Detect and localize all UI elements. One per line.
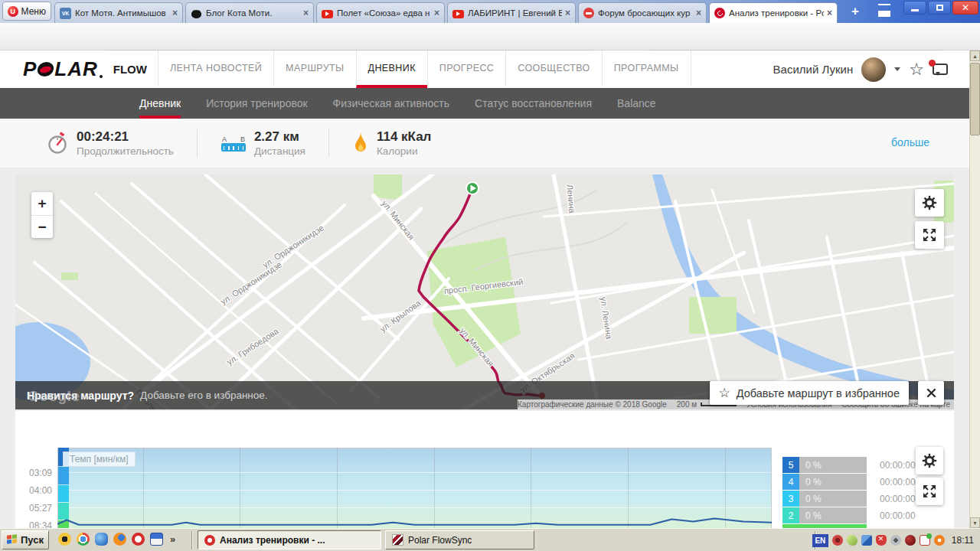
tray-network-icon[interactable] bbox=[861, 535, 872, 546]
firefox-icon[interactable] bbox=[113, 533, 126, 546]
subnav-recovery[interactable]: Статус восстановления bbox=[475, 88, 592, 119]
subnav-diary[interactable]: Дневник bbox=[139, 88, 181, 119]
notifications-icon[interactable] bbox=[933, 64, 948, 75]
tab-close-icon[interactable]: × bbox=[434, 8, 439, 18]
tab-list-button[interactable] bbox=[871, 3, 897, 19]
user-name: Василий Лукин bbox=[773, 63, 854, 76]
park bbox=[689, 297, 737, 334]
taskbar-clock: 18:11 bbox=[952, 535, 974, 546]
scrollbar-thumb[interactable] bbox=[970, 63, 980, 135]
duration-label: Продолжительность bbox=[77, 145, 174, 158]
user-menu[interactable]: Василий Лукин ☆ bbox=[773, 51, 948, 88]
nav-diary[interactable]: ДНЕВНИК bbox=[356, 51, 427, 88]
tray-shield-icon[interactable] bbox=[876, 535, 887, 546]
tab-forum[interactable]: Форум бросающих кур × bbox=[578, 2, 707, 23]
chevron-down-icon[interactable] bbox=[894, 67, 900, 74]
subnav-activity[interactable]: Физическая активность bbox=[333, 88, 449, 119]
zone-row-5: 5 0 % 00:00:00 bbox=[782, 457, 933, 473]
new-tab-button[interactable]: + bbox=[844, 3, 867, 19]
tray-webcam-icon[interactable] bbox=[890, 535, 901, 546]
tray-flower-icon[interactable] bbox=[832, 535, 843, 546]
zone-row-4: 4 0 % 00:00:00 bbox=[782, 474, 933, 490]
polar-logo[interactable]: PLAR FLOW bbox=[23, 51, 147, 88]
zoom-out-button[interactable]: − bbox=[31, 215, 53, 238]
window-close-button[interactable]: ✕ bbox=[952, 1, 978, 15]
tab-polar-active[interactable]: Анализ тренировки - Po × bbox=[709, 2, 838, 23]
park bbox=[61, 272, 78, 280]
banner-close-button[interactable] bbox=[918, 381, 944, 405]
daemon-tools-icon[interactable] bbox=[58, 533, 71, 546]
distance-value: 2.27 км bbox=[254, 129, 305, 145]
stat-calories: 114 кКал Калории bbox=[352, 129, 432, 158]
opera-icon[interactable] bbox=[132, 533, 145, 546]
y-tick: 03:09 bbox=[15, 468, 52, 478]
window-minimize-button[interactable] bbox=[903, 1, 926, 15]
nav-progress[interactable]: ПРОГРЕСС bbox=[427, 51, 505, 88]
scroll-up-arrow[interactable]: ▲ bbox=[970, 51, 980, 61]
flowsync-icon bbox=[392, 534, 403, 546]
distance-ruler-icon: АВ bbox=[220, 135, 247, 152]
window-maximize-button[interactable] bbox=[928, 1, 951, 15]
tab-vk[interactable]: VK Кот Мотя. Антимышов × bbox=[54, 2, 183, 23]
chart-settings-button[interactable] bbox=[916, 447, 943, 474]
duration-value: 00:24:21 bbox=[77, 129, 174, 145]
scroll-down-arrow[interactable]: ▼ bbox=[970, 517, 980, 528]
subnav-balance[interactable]: Balance bbox=[617, 88, 656, 119]
tab-close-icon[interactable]: × bbox=[696, 8, 701, 18]
park bbox=[374, 174, 402, 201]
browser-titlebar: U Меню VK Кот Мотя. Антимышов × Блог Кот… bbox=[0, 0, 980, 23]
task-polar-flowsync[interactable]: Polar FlowSync bbox=[385, 530, 534, 549]
nav-community[interactable]: СООБЩЕСТВО bbox=[505, 51, 601, 88]
tab-close-icon[interactable]: × bbox=[172, 8, 178, 18]
zoom-in-button[interactable]: + bbox=[31, 192, 53, 215]
zone-row-3: 3 0 % 00:00:00 bbox=[782, 491, 933, 507]
banner-hint: Добавьте его в избранное. bbox=[140, 390, 268, 401]
page-scrollbar[interactable]: ▲ ▼ bbox=[969, 51, 980, 528]
tab-youtube-1[interactable]: Полет «Союза» едва н × bbox=[316, 2, 445, 23]
stopwatch-icon bbox=[46, 131, 69, 155]
stat-distance: АВ 2.27 км Дистанция bbox=[220, 129, 305, 158]
distance-label: Дистанция bbox=[254, 145, 305, 158]
floppy-save-icon[interactable] bbox=[150, 533, 163, 546]
stop-sign-icon bbox=[583, 8, 594, 18]
tab-close-icon[interactable]: × bbox=[565, 8, 570, 18]
expand-icon bbox=[922, 227, 937, 243]
add-route-to-favorites-button[interactable]: ☆ Добавьте маршрут в избранное bbox=[710, 381, 909, 405]
star-icon: ☆ bbox=[719, 386, 730, 399]
tab-cat-blog[interactable]: Блог Кота Моти. × bbox=[185, 2, 314, 23]
tray-orange-app-icon[interactable] bbox=[934, 535, 945, 546]
nav-feed[interactable]: ЛЕНТА НОВОСТЕЙ bbox=[158, 51, 273, 88]
tab-close-icon[interactable]: × bbox=[827, 8, 832, 18]
chrome-icon[interactable] bbox=[77, 533, 90, 546]
main-nav: ЛЕНТА НОВОСТЕЙ МАРШРУТЫ ДНЕВНИК ПРОГРЕСС… bbox=[158, 51, 691, 88]
mail-agent-icon[interactable] bbox=[95, 533, 108, 546]
polar-flow-page: PLAR FLOW ЛЕНТА НОВОСТЕЙ МАРШРУТЫ ДНЕВНИ… bbox=[0, 51, 969, 528]
flow-label: FLOW bbox=[113, 63, 147, 76]
start-button[interactable]: Пуск bbox=[2, 530, 49, 549]
menu-label: Меню bbox=[21, 6, 46, 17]
tray-leaf-icon[interactable] bbox=[847, 535, 858, 546]
avatar[interactable] bbox=[861, 57, 886, 82]
tab-close-icon[interactable]: × bbox=[303, 8, 309, 18]
tab-youtube-2[interactable]: ЛАБИРИНТ | Евгений Бо × bbox=[447, 2, 576, 23]
tray-app-icon[interactable] bbox=[905, 535, 916, 546]
map-fullscreen-button[interactable] bbox=[915, 221, 944, 249]
nav-routes[interactable]: МАРШРУТЫ bbox=[273, 51, 355, 88]
quick-launch-overflow[interactable]: » bbox=[170, 533, 175, 545]
favorites-star-icon[interactable]: ☆ bbox=[909, 61, 924, 78]
scale-label: 200 м bbox=[677, 400, 697, 409]
map-settings-button[interactable] bbox=[915, 189, 944, 217]
nav-programs[interactable]: ПРОГРАММЫ bbox=[602, 51, 691, 88]
polar-logo-o bbox=[37, 62, 55, 77]
task-polar-analysis[interactable]: Анализ тренировки - ... bbox=[198, 530, 381, 549]
browser-menu-button[interactable]: U Меню bbox=[2, 2, 51, 21]
tab-strip: VK Кот Мотя. Антимышов × Блог Кота Моти.… bbox=[54, 2, 840, 23]
zone-row-2: 2 0 % 00:00:00 bbox=[782, 507, 933, 523]
map-data-credit: Картографические данные © 2018 Google bbox=[518, 400, 667, 409]
route-map[interactable]: ул. Орджоникидзе ул. Орджоникидзе ул. Ми… bbox=[15, 174, 954, 409]
chart-fullscreen-button[interactable] bbox=[916, 478, 943, 505]
tray-checked-app-icon[interactable] bbox=[920, 535, 930, 546]
language-indicator[interactable]: EN bbox=[812, 534, 828, 547]
more-link[interactable]: больше bbox=[891, 136, 929, 148]
subnav-history[interactable]: История тренировок bbox=[206, 88, 307, 119]
